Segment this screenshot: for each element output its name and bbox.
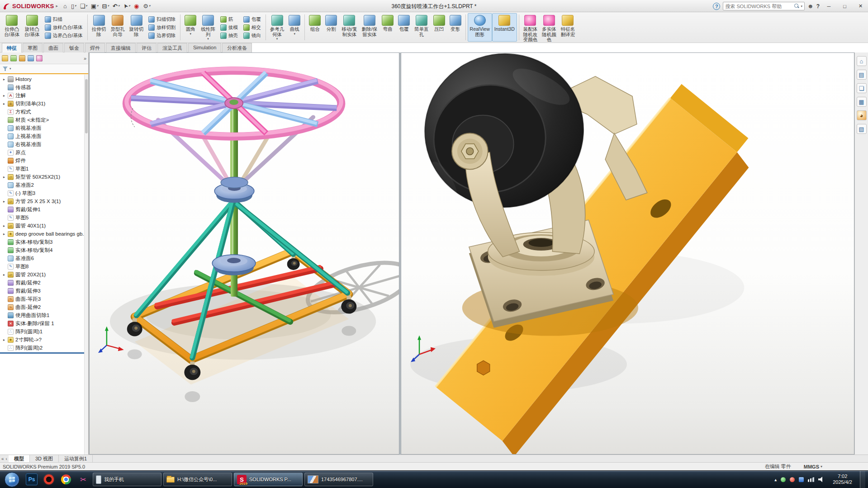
start-button[interactable]	[5, 472, 19, 487]
tree-item[interactable]: 焊件	[0, 156, 88, 165]
ribbon-tab[interactable]: 直接编辑	[106, 43, 136, 52]
tree-item[interactable]: ▸ 切割清单(31)	[0, 99, 88, 108]
expand-arrow-icon[interactable]: ▸	[2, 338, 6, 342]
rollback-bar[interactable]	[0, 352, 88, 354]
tree-item[interactable]: 草图5	[0, 213, 88, 222]
help-circle-icon[interactable]: ?	[713, 3, 720, 10]
units-selector[interactable]: MMGS ▾	[804, 464, 822, 469]
ribbon-button-curves[interactable]: 曲线 ▾	[286, 13, 303, 42]
help-icon[interactable]: ?	[816, 3, 820, 9]
ribbon-button-wrap-feature[interactable]: 包覆	[396, 13, 412, 42]
ribbon-button-simple-hole[interactable]: 简单直 孔	[412, 13, 431, 42]
tree-item[interactable]: 实体-移动/复制3	[0, 238, 88, 246]
viewport-left[interactable]	[89, 52, 399, 455]
view-palette-icon[interactable]: ▦	[857, 97, 867, 107]
expand-arrow-icon[interactable]: ▸	[2, 224, 6, 228]
ribbon-tab[interactable]: 分析准备	[222, 43, 252, 52]
tree-item[interactable]: 材质 <未指定>	[0, 116, 88, 124]
custom-properties-icon[interactable]: ▧	[857, 124, 867, 134]
ribbon-tab[interactable]: 曲面	[43, 43, 63, 52]
ribbon-button-wrap[interactable]: 包覆	[242, 16, 262, 23]
ribbon-tab[interactable]: 焊件	[85, 43, 105, 52]
ribbon-button-lofted-boss[interactable]: 放样凸台/基体	[43, 24, 84, 31]
tree-item[interactable]: ▸ History	[0, 75, 88, 83]
rebuild-icon[interactable]: ◉	[132, 0, 141, 12]
propertymanager-tab-icon[interactable]	[10, 55, 17, 62]
tree-scrollbar[interactable]	[84, 75, 88, 455]
appearances-icon[interactable]: ◕	[857, 110, 867, 120]
tree-item[interactable]: ▸ 注解	[0, 91, 88, 99]
tree-item[interactable]: 剪裁/延伸2	[0, 279, 88, 287]
tree-item[interactable]: 上视基准面	[0, 132, 88, 140]
ribbon-button-linear-pattern[interactable]: 线性阵 列 ▾	[199, 13, 218, 42]
maximize-button[interactable]: □	[838, 0, 851, 12]
ribbon-button-mirror[interactable]: 镜向	[242, 32, 262, 39]
expand-arrow-icon[interactable]: ▸	[2, 102, 6, 106]
menu-expand-icon[interactable]: ▸	[56, 4, 58, 8]
ribbon-button-revolved-cut[interactable]: 旋转切 除	[127, 13, 146, 42]
ribbon-button-random-assembly-color[interactable]: 装配体 随机改 变颜色	[521, 13, 540, 42]
options-icon[interactable]: ⚙ ▾	[141, 0, 152, 12]
expand-arrow-icon[interactable]: ▸	[2, 77, 6, 81]
tree-item[interactable]: ▸ 2寸脚轮->?	[0, 336, 88, 344]
tree-item[interactable]: ▸ deep groove ball bearings gb...	[0, 230, 88, 238]
app-tray-icon[interactable]	[799, 477, 804, 482]
ribbon-button-swept-boss[interactable]: 扫描	[43, 16, 84, 23]
tree-item[interactable]: 方程式	[0, 108, 88, 116]
tree-item[interactable]: 右视基准面	[0, 140, 88, 148]
save-icon[interactable]: ▣ ▾	[89, 0, 100, 12]
ribbon-button-hole-wizard[interactable]: 异型孔 向导	[108, 13, 127, 42]
taskbar-app-folder[interactable]: H:\微信公众号\0...	[163, 473, 232, 486]
security-tray-icon[interactable]	[790, 477, 795, 482]
tree-item[interactable]: 原点	[0, 148, 88, 156]
tree-item[interactable]: 传感器	[0, 83, 88, 91]
ribbon-tab[interactable]: 渲染工具	[157, 43, 187, 52]
show-desktop-button[interactable]	[860, 471, 865, 488]
ribbon-tab[interactable]: 草图	[23, 43, 43, 52]
tree-scrollbar-thumb[interactable]	[85, 79, 88, 133]
photoshop-icon[interactable]: Ps	[26, 474, 38, 485]
panel-expand-icon[interactable]: »	[84, 56, 86, 61]
new-document-icon[interactable]: ▯ ▾	[69, 0, 78, 12]
model-tab[interactable]: 运动算例1	[59, 455, 93, 462]
tree-item[interactable]: 基准面6	[0, 254, 88, 262]
expand-arrow-icon[interactable]: ▸	[2, 199, 6, 204]
ribbon-button-extruded-boss[interactable]: 拉伸凸 台/基体	[2, 13, 22, 42]
chrome-icon[interactable]	[60, 474, 72, 485]
tree-item[interactable]: 草图8	[0, 262, 88, 270]
search-input[interactable]	[725, 4, 793, 9]
wechat-tray-icon[interactable]	[781, 477, 786, 482]
tree-item[interactable]: ▸ 圆管 40X1(1)	[0, 222, 88, 230]
model-tab[interactable]: 模型	[9, 455, 30, 462]
ribbon-button-feature-name-macro[interactable]: 特征名 翻译宏	[559, 13, 578, 42]
ribbon-button-instant3d[interactable]: Instant3D	[492, 13, 517, 42]
minimize-button[interactable]: ─	[822, 0, 835, 12]
print-icon[interactable]: ⊟ ▾	[100, 0, 111, 12]
taskbar-app-solidworks[interactable]: S 2019 SOLIDWORKS P...	[234, 473, 303, 486]
ribbon-tab[interactable]: Simulation	[188, 43, 221, 52]
select-icon[interactable]: ➤ ▾	[121, 0, 132, 12]
ribbon-button-boundary-cut[interactable]: 边界切除	[147, 32, 177, 39]
open-icon[interactable]: ❏ ▾	[78, 0, 89, 12]
recorder-icon[interactable]	[43, 474, 55, 485]
tree-item[interactable]: 曲面-延伸2	[0, 303, 88, 311]
ribbon-button-realview[interactable]: RealView 图形	[468, 13, 492, 42]
tree-item[interactable]: 阵列(圆周)2	[0, 344, 88, 352]
tree-item[interactable]: 使用曲面切除1	[0, 311, 88, 319]
ribbon-button-flex[interactable]: 弯曲	[379, 13, 396, 42]
tree-item[interactable]: 剪裁/延伸1	[0, 205, 88, 213]
ribbon-tab[interactable]: 钣金	[64, 43, 84, 52]
ribbon-button-intersect[interactable]: 相交	[242, 24, 262, 31]
ribbon-button-swept-cut[interactable]: 扫描切除	[147, 16, 177, 23]
expand-arrow-icon[interactable]: ▸	[2, 232, 6, 236]
ribbon-button-move-copy-body[interactable]: 移动/复 制实体	[339, 13, 359, 42]
volume-icon[interactable]	[818, 477, 825, 482]
dimxpertmanager-tab-icon[interactable]	[28, 55, 34, 62]
displaymanager-tab-icon[interactable]	[36, 55, 43, 62]
configurationmanager-tab-icon[interactable]	[19, 55, 25, 62]
search-box[interactable]: ▾	[723, 2, 805, 10]
ribbon-button-split[interactable]: 分割	[323, 13, 339, 42]
tray-expand-icon[interactable]: ▴	[774, 477, 777, 482]
filter-dropdown-icon[interactable]: ▾	[9, 67, 11, 71]
ribbon-button-rib[interactable]: 筋	[219, 16, 239, 23]
